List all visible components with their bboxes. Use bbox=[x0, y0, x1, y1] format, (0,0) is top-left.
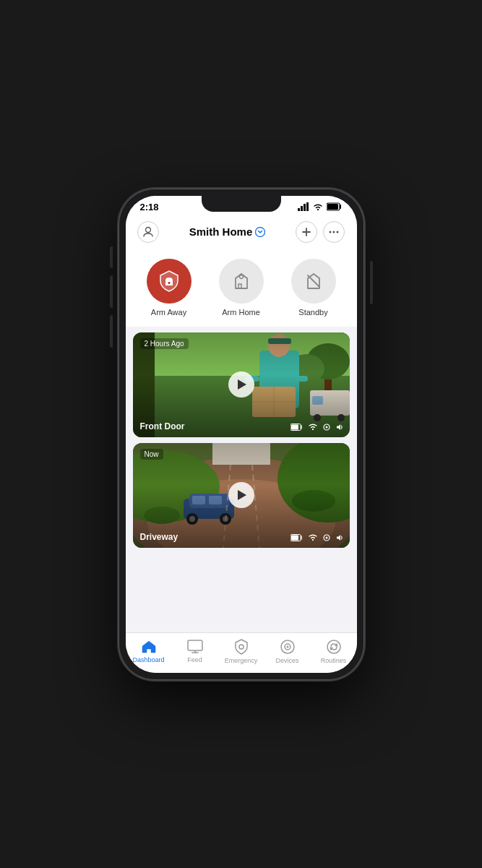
power-button[interactable] bbox=[370, 261, 373, 304]
more-button[interactable] bbox=[323, 221, 345, 243]
svg-rect-3 bbox=[306, 202, 309, 211]
driveway-sound-icon bbox=[335, 533, 344, 542]
arm-home-button[interactable]: Arm Home bbox=[219, 259, 264, 317]
svg-point-58 bbox=[312, 539, 314, 541]
feed-monitor-icon bbox=[187, 640, 203, 654]
driveway-label: Driveway bbox=[140, 532, 178, 542]
camera-battery-icon bbox=[291, 424, 304, 431]
svg-rect-57 bbox=[291, 535, 298, 540]
nav-emergency[interactable]: Emergency bbox=[223, 639, 259, 664]
driveway-timestamp: Now bbox=[140, 449, 163, 460]
standby-button[interactable]: Standby bbox=[291, 259, 336, 317]
svg-point-37 bbox=[325, 426, 327, 428]
header-actions bbox=[296, 221, 345, 243]
arm-home-icon-bg bbox=[219, 259, 264, 304]
phone-frame: 2:18 bbox=[119, 189, 364, 680]
svg-point-68 bbox=[327, 640, 340, 653]
svg-rect-6 bbox=[327, 204, 338, 210]
nav-routines[interactable]: Routines bbox=[316, 639, 352, 664]
arm-home-label: Arm Home bbox=[222, 308, 260, 317]
front-door-camera-card[interactable]: 2 Hours Ago Front Door bbox=[133, 332, 350, 437]
phone-screen: 2:18 bbox=[126, 196, 357, 673]
svg-point-9 bbox=[330, 231, 332, 233]
chevron-down-icon bbox=[255, 227, 265, 237]
driveway-motion-icon bbox=[322, 533, 331, 542]
svg-rect-61 bbox=[188, 640, 202, 650]
status-time: 2:18 bbox=[140, 202, 159, 212]
driveway-wifi-icon bbox=[308, 533, 318, 541]
home-title[interactable]: Smith Home bbox=[189, 225, 266, 238]
svg-point-10 bbox=[333, 231, 335, 233]
front-door-timestamp: 2 Hours Ago bbox=[140, 338, 189, 349]
add-button[interactable] bbox=[296, 221, 317, 243]
standby-label: Standby bbox=[298, 308, 327, 317]
emergency-nav-label: Emergency bbox=[225, 657, 258, 664]
svg-point-4 bbox=[317, 209, 319, 210]
arm-away-icon bbox=[156, 268, 182, 294]
signal-icon bbox=[298, 202, 309, 211]
nav-dashboard[interactable]: Dashboard bbox=[131, 640, 167, 663]
profile-icon bbox=[142, 226, 154, 238]
ellipsis-icon bbox=[329, 231, 339, 233]
front-door-camera-controls bbox=[291, 423, 344, 431]
camera-motion-icon bbox=[322, 423, 331, 431]
mute-button[interactable] bbox=[110, 246, 113, 268]
dashboard-nav-label: Dashboard bbox=[132, 656, 164, 663]
status-icons bbox=[298, 202, 343, 211]
volume-up-button[interactable] bbox=[110, 275, 113, 308]
svg-point-64 bbox=[239, 645, 244, 649]
plus-icon bbox=[301, 227, 311, 237]
arm-away-icon-bg bbox=[147, 259, 191, 304]
devices-camera-icon bbox=[280, 639, 296, 655]
standby-icon bbox=[301, 268, 327, 294]
svg-point-67 bbox=[286, 645, 288, 648]
camera-wifi-icon bbox=[308, 423, 318, 431]
notch bbox=[202, 196, 281, 212]
svg-rect-34 bbox=[291, 424, 298, 429]
front-door-label: Front Door bbox=[140, 421, 185, 431]
arm-away-label: Arm Away bbox=[151, 308, 186, 317]
emergency-shield-icon bbox=[234, 639, 249, 655]
app-header: Smith Home bbox=[126, 215, 357, 250]
driveway-play-icon bbox=[238, 490, 246, 500]
routines-refresh-icon bbox=[326, 639, 342, 655]
svg-rect-2 bbox=[304, 204, 306, 211]
svg-rect-12 bbox=[168, 282, 170, 284]
home-name: Smith Home bbox=[189, 225, 253, 238]
nav-devices[interactable]: Devices bbox=[270, 639, 306, 664]
dashboard-house-icon bbox=[141, 640, 157, 654]
routines-nav-label: Routines bbox=[321, 657, 347, 664]
svg-point-11 bbox=[337, 231, 339, 233]
driveway-play-button[interactable] bbox=[228, 482, 254, 508]
bottom-navigation: Dashboard Feed Emergency bbox=[126, 632, 357, 673]
camera-sound-icon bbox=[335, 423, 344, 431]
svg-rect-0 bbox=[298, 208, 300, 211]
standby-icon-bg bbox=[291, 259, 336, 304]
front-door-play-button[interactable] bbox=[228, 371, 254, 398]
svg-point-60 bbox=[325, 536, 327, 538]
arm-away-button[interactable]: Arm Away bbox=[147, 259, 191, 317]
driveway-camera-card[interactable]: Now Driveway bbox=[133, 443, 350, 548]
play-icon bbox=[238, 379, 246, 390]
arm-controls: Arm Away Arm Home bbox=[126, 250, 357, 327]
svg-point-7 bbox=[145, 227, 150, 232]
battery-icon bbox=[327, 202, 343, 211]
wifi-icon bbox=[312, 202, 324, 211]
svg-rect-1 bbox=[301, 206, 303, 211]
volume-down-button[interactable] bbox=[110, 315, 113, 348]
nav-feed[interactable]: Feed bbox=[177, 640, 213, 663]
svg-point-35 bbox=[312, 429, 314, 430]
driveway-camera-controls bbox=[291, 533, 344, 542]
arm-home-icon bbox=[228, 268, 254, 294]
camera-feed-list: 2 Hours Ago Front Door bbox=[126, 327, 357, 632]
devices-nav-label: Devices bbox=[275, 657, 298, 664]
feed-nav-label: Feed bbox=[187, 656, 202, 663]
profile-button[interactable] bbox=[137, 221, 159, 243]
driveway-battery-icon bbox=[291, 534, 304, 541]
